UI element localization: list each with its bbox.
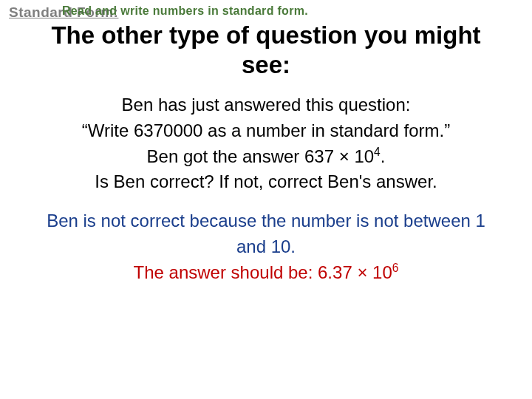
question-line-4: Is Ben correct? If not, correct Ben's an… <box>44 169 488 195</box>
answer-line-2b: 6.37 × 10 <box>318 262 392 282</box>
slide-content: Ben has just answered this question: “Wr… <box>0 92 532 286</box>
answer-line-1: Ben is not correct because the number is… <box>44 208 488 260</box>
question-line-3: Ben got the answer 637 × 104. <box>44 144 488 170</box>
answer-line-2a: The answer should be: <box>134 262 318 282</box>
question-line-3a: Ben got the answer <box>147 146 304 166</box>
slide-heading: The other type of question you might see… <box>0 21 532 79</box>
question-line-3sup: 4 <box>374 146 381 158</box>
objective-text: Read and write numbers in standard form. <box>62 4 308 18</box>
question-line-3c: . <box>381 146 386 166</box>
question-line-2: “Write 6370000 as a number in standard f… <box>44 118 488 144</box>
question-line-3b: 637 × 10 <box>304 146 374 166</box>
question-line-1: Ben has just answered this question: <box>44 92 488 118</box>
answer-line-2sup: 6 <box>392 262 399 274</box>
answer-line-2: The answer should be: 6.37 × 106 <box>44 260 488 286</box>
